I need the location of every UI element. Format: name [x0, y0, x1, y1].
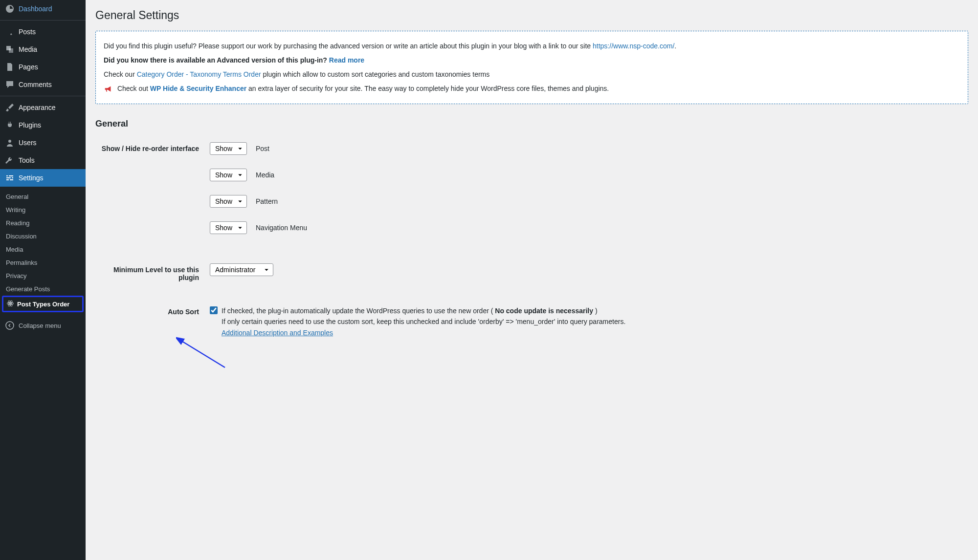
reorder-select-pattern[interactable]: Show — [210, 195, 247, 208]
notice-line-support: Did you find this plugin useful? Please … — [104, 41, 960, 51]
autosort-label: Auto Sort — [96, 298, 204, 345]
reorder-label-navigation: Navigation Menu — [256, 224, 307, 232]
reorder-select-post[interactable]: Show — [210, 142, 247, 155]
sidebar-item-plugins[interactable]: Plugins — [0, 116, 86, 134]
plugin-notice: Did you find this plugin useful? Please … — [95, 31, 968, 104]
minlevel-label: Minimum Level to use this plugin — [96, 256, 204, 297]
autosort-examples-link[interactable]: Additional Description and Examples — [222, 329, 333, 337]
collapse-label: Collapse menu — [19, 322, 61, 329]
wrench-icon — [5, 155, 15, 165]
autosort-checkbox[interactable] — [210, 306, 218, 314]
sidebar-item-posts[interactable]: Posts — [0, 23, 86, 41]
notice-line-wphide: Check out WP Hide & Security Enhancer an… — [104, 84, 960, 94]
collapse-icon — [5, 321, 15, 330]
collapse-menu[interactable]: Collapse menu — [0, 316, 86, 335]
submenu-generate-posts[interactable]: Generate Posts — [0, 282, 86, 296]
minlevel-select[interactable]: Administrator — [210, 263, 273, 276]
sidebar-item-pages[interactable]: Pages — [0, 58, 86, 76]
user-icon — [5, 138, 15, 148]
notice-line-taxonomy: Check our Category Order - Taxonomy Term… — [104, 69, 960, 80]
nsp-code-link[interactable]: https://www.nsp-code.com/ — [593, 42, 674, 50]
svg-point-5 — [6, 322, 14, 329]
plug-icon — [5, 120, 15, 130]
pin-icon — [5, 27, 15, 37]
admin-sidebar: Dashboard Posts Media Pages Comments App… — [0, 0, 86, 560]
submenu-media[interactable]: Media — [0, 243, 86, 256]
wp-hide-link[interactable]: WP Hide & Security Enhancer — [150, 85, 246, 92]
autosort-row: If checked, the plug-in automatically up… — [210, 305, 962, 338]
main-content: General Settings Did you find this plugi… — [86, 0, 978, 560]
reorder-label-pattern: Pattern — [256, 197, 278, 205]
autosort-description: If checked, the plug-in automatically up… — [222, 305, 625, 338]
bullhorn-icon — [104, 85, 112, 93]
comment-icon — [5, 80, 15, 89]
sliders-icon — [5, 173, 15, 183]
brush-icon — [5, 103, 15, 112]
sidebar-item-label: Posts — [19, 28, 36, 36]
reorder-label-media: Media — [256, 171, 274, 179]
sidebar-item-settings[interactable]: Settings — [0, 169, 86, 187]
submenu-reading[interactable]: Reading — [0, 216, 86, 230]
sidebar-item-tools[interactable]: Tools — [0, 151, 86, 169]
reorder-select-media[interactable]: Show — [210, 169, 247, 181]
reorder-row-media: Show Media — [210, 169, 962, 181]
settings-submenu: General Writing Reading Discussion Media… — [0, 187, 86, 316]
showhide-label: Show / Hide re-order interface — [96, 135, 204, 255]
page-title: General Settings — [95, 9, 968, 22]
settings-form: Show / Hide re-order interface Show Post… — [95, 134, 968, 346]
section-general-heading: General — [95, 119, 968, 129]
notice-line-advanced: Did you know there is available an Advan… — [104, 55, 960, 65]
taxonomy-plugin-link[interactable]: Category Order - Taxonomy Terms Order — [137, 70, 261, 78]
reorder-select-navigation[interactable]: Show — [210, 221, 247, 234]
sidebar-item-label: Media — [19, 45, 37, 53]
read-more-link[interactable]: Read more — [329, 56, 364, 64]
sidebar-item-label: Comments — [19, 81, 52, 88]
media-icon — [5, 44, 15, 54]
svg-point-0 — [8, 140, 11, 143]
reorder-row-navigation: Show Navigation Menu — [210, 221, 962, 234]
submenu-post-types-order[interactable]: Post Types Order — [2, 296, 84, 312]
submenu-item-label: Post Types Order — [17, 301, 69, 308]
dashboard-icon — [5, 4, 15, 14]
reorder-label-post: Post — [256, 145, 269, 152]
atom-icon — [6, 300, 15, 308]
sidebar-item-users[interactable]: Users — [0, 134, 86, 151]
submenu-privacy[interactable]: Privacy — [0, 269, 86, 282]
submenu-general[interactable]: General — [0, 190, 86, 203]
sidebar-item-dashboard[interactable]: Dashboard — [0, 0, 86, 18]
sidebar-item-media[interactable]: Media — [0, 41, 86, 58]
sidebar-item-label: Settings — [19, 174, 44, 182]
reorder-row-post: Show Post — [210, 142, 962, 155]
sidebar-item-label: Plugins — [19, 121, 41, 129]
submenu-permalinks[interactable]: Permalinks — [0, 256, 86, 269]
reorder-row-pattern: Show Pattern — [210, 195, 962, 208]
submenu-discussion[interactable]: Discussion — [0, 230, 86, 243]
svg-point-4 — [10, 303, 11, 304]
sidebar-item-label: Pages — [19, 63, 38, 71]
sidebar-item-label: Dashboard — [19, 5, 52, 13]
submenu-writing[interactable]: Writing — [0, 203, 86, 216]
sidebar-item-label: Tools — [19, 156, 35, 164]
sidebar-item-label: Users — [19, 139, 37, 147]
minlevel-row: Administrator — [210, 263, 962, 276]
page-icon — [5, 62, 15, 72]
sidebar-item-appearance[interactable]: Appearance — [0, 99, 86, 116]
sidebar-item-label: Appearance — [19, 104, 56, 111]
sidebar-item-comments[interactable]: Comments — [0, 76, 86, 93]
